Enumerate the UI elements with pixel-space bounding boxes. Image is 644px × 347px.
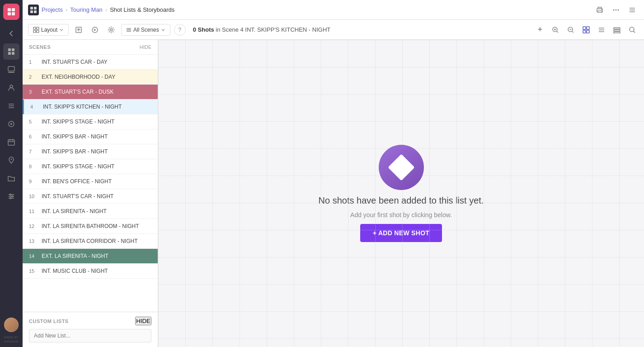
- made-by-label: MADE BYleanshootr: [4, 336, 19, 343]
- scene-item[interactable]: 12 INT. LA SIRENITA BATHROOM - NIGHT: [23, 219, 158, 234]
- nav-calendar-icon[interactable]: [3, 134, 19, 150]
- scene-item[interactable]: 15 INT. MUSIC CLUB - NIGHT: [23, 264, 158, 279]
- svg-rect-59: [583, 30, 586, 33]
- svg-rect-32: [598, 10, 602, 12]
- scene-item[interactable]: 10 INT. STUART'S CAR - NIGHT: [23, 189, 158, 204]
- scene-item[interactable]: 7 INT. SKIPP'S BAR - NIGHT: [23, 144, 158, 159]
- scenes-list: 1 INT. STUART'S CAR - DAY 2 EXT. NEIGHBO…: [23, 55, 158, 312]
- add-shot-toolbar-button[interactable]: +: [534, 24, 546, 36]
- svg-point-20: [11, 159, 12, 160]
- svg-rect-58: [587, 27, 589, 29]
- print-button[interactable]: [593, 4, 606, 16]
- svg-point-46: [110, 29, 113, 31]
- svg-line-53: [557, 31, 558, 33]
- scenes-header: SCENES HIDE: [23, 40, 158, 55]
- scene-info: 0 Shots in Scene 4 INT. SKIPP'S KITCHEN …: [193, 26, 330, 33]
- custom-lists-label: CUSTOM LISTS: [29, 318, 69, 324]
- svg-rect-40: [33, 27, 36, 29]
- svg-point-33: [601, 9, 602, 10]
- main-content: Projects › Touring Man › Shot Lists & St…: [23, 0, 644, 347]
- svg-rect-2: [8, 12, 11, 15]
- export-button[interactable]: [72, 24, 85, 36]
- empty-state: No shots have been added to this list ye…: [319, 145, 484, 242]
- strip-view-button[interactable]: [611, 24, 623, 36]
- scene-item-selected[interactable]: 4 INT. SKIPP'S KITCHEN - NIGHT: [23, 100, 158, 114]
- scene-item-teal[interactable]: 14 EXT. LA SIRENITA - NIGHT: [23, 249, 158, 264]
- play-button[interactable]: [89, 24, 101, 36]
- list-view-button[interactable]: [595, 24, 608, 36]
- top-bar: Projects › Touring Man › Shot Lists & St…: [23, 0, 644, 20]
- zoom-in-button[interactable]: [549, 24, 562, 36]
- svg-line-68: [634, 31, 635, 33]
- nav-location-icon[interactable]: [3, 152, 19, 168]
- add-new-shot-button[interactable]: + ADD NEW SHOT: [360, 224, 442, 242]
- svg-rect-3: [12, 12, 15, 15]
- svg-rect-8: [8, 67, 14, 71]
- svg-rect-6: [8, 52, 11, 55]
- scenes-sidebar: SCENES HIDE 1 INT. STUART'S CAR - DAY 2 …: [23, 40, 158, 347]
- svg-rect-41: [37, 27, 39, 29]
- scene-item[interactable]: 8 INT. SKIPP'S STAGE - NIGHT: [23, 159, 158, 174]
- svg-line-56: [572, 31, 573, 33]
- scene-item[interactable]: 2 EXT. NEIGHBORHOOD - DAY: [23, 70, 158, 85]
- toolbar: Layout: [23, 20, 644, 40]
- nav-back-icon[interactable]: [3, 25, 19, 42]
- scene-item-active[interactable]: 3 EXT. STUART'S CAR - DUSK: [23, 85, 158, 100]
- scene-item[interactable]: 1 INT. STUART'S CAR - DAY: [23, 55, 158, 70]
- svg-rect-43: [37, 30, 39, 33]
- scene-item[interactable]: 13 INT. LA SIRENITA CORRIDOR - NIGHT: [23, 234, 158, 249]
- custom-lists-hide-button[interactable]: HIDE: [135, 317, 151, 325]
- app-icon[interactable]: [3, 4, 19, 20]
- nav-list-icon[interactable]: [3, 98, 19, 114]
- layout-button[interactable]: Layout: [28, 24, 69, 36]
- breadcrumb-sep2: ›: [105, 6, 107, 13]
- breadcrumb-projects[interactable]: Projects: [42, 6, 63, 13]
- svg-rect-57: [583, 27, 586, 29]
- svg-rect-28: [34, 7, 37, 10]
- scene-item[interactable]: 11 INT. LA SIRENITA - NIGHT: [23, 204, 158, 219]
- svg-point-35: [616, 9, 617, 10]
- nav-settings-icon[interactable]: [3, 188, 19, 204]
- scenes-hide-button[interactable]: HIDE: [140, 44, 151, 50]
- svg-rect-5: [12, 48, 14, 51]
- svg-rect-9: [8, 72, 14, 73]
- svg-point-34: [613, 9, 615, 10]
- settings-button[interactable]: [105, 24, 118, 36]
- help-button[interactable]: ?: [174, 24, 186, 36]
- svg-rect-42: [33, 30, 36, 33]
- empty-icon: [379, 145, 424, 190]
- custom-lists-section: CUSTOM LISTS HIDE: [23, 312, 158, 347]
- search-button[interactable]: [626, 24, 639, 36]
- icon-sidebar: MADE BYleanshootr: [0, 0, 23, 347]
- more-options-button[interactable]: [610, 4, 622, 16]
- nav-people-icon[interactable]: [3, 80, 19, 96]
- nav-project-icon[interactable]: [3, 43, 19, 60]
- empty-state-title: No shots have been added to this list ye…: [319, 195, 484, 206]
- nav-folder-icon[interactable]: [3, 170, 19, 186]
- grid-view-button[interactable]: [580, 24, 592, 36]
- scene-item[interactable]: 9 INT. BEN'S OFFICE - NIGHT: [23, 174, 158, 189]
- scene-item[interactable]: 5 INT. SKIPP'S STAGE - NIGHT: [23, 114, 158, 129]
- top-bar-right: [593, 4, 639, 16]
- canvas-area: No shots have been added to this list ye…: [158, 40, 644, 347]
- svg-rect-60: [587, 30, 589, 33]
- nav-star-icon[interactable]: [3, 116, 19, 132]
- svg-rect-65: [614, 30, 620, 31]
- svg-rect-27: [30, 7, 33, 10]
- zoom-out-button[interactable]: [564, 24, 577, 36]
- add-list-input[interactable]: [29, 329, 151, 342]
- menu-button[interactable]: [626, 4, 639, 16]
- breadcrumb-sep1: ›: [66, 6, 67, 13]
- svg-point-15: [10, 123, 12, 125]
- project-logo: [28, 5, 39, 15]
- breadcrumb-project[interactable]: Touring Man: [70, 6, 103, 13]
- svg-rect-16: [8, 140, 14, 145]
- user-avatar[interactable]: [4, 318, 19, 332]
- scene-item[interactable]: 6 INT. SKIPP'S BAR - NIGHT: [23, 129, 158, 144]
- svg-rect-64: [614, 28, 620, 29]
- toolbar-right: +: [534, 24, 639, 36]
- nav-boards-icon[interactable]: [3, 62, 19, 78]
- svg-rect-7: [12, 52, 14, 55]
- empty-state-subtitle: Add your first shot by clicking below.: [350, 211, 452, 219]
- all-scenes-button[interactable]: All Scenes: [121, 24, 170, 36]
